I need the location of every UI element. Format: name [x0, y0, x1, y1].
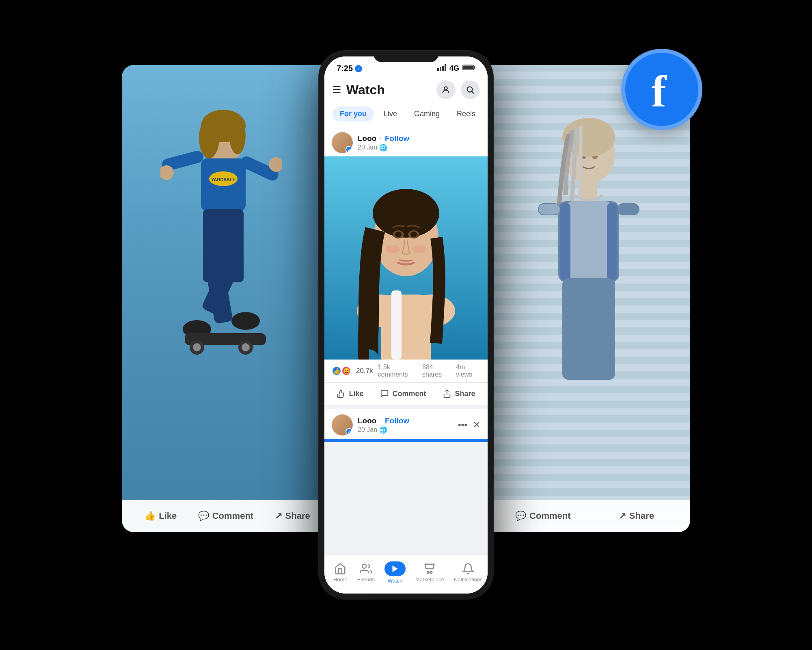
profile-button[interactable]: [436, 80, 455, 99]
svg-text:YARDSALE: YARDSALE: [211, 177, 235, 182]
verified-badge: ✓: [346, 146, 353, 153]
svg-point-60: [363, 564, 367, 568]
svg-point-50: [406, 295, 455, 327]
post-2-time: 20 Jan 🌐: [358, 426, 453, 434]
reactions-count: 20.7k: [356, 367, 373, 375]
svg-point-58: [385, 245, 400, 253]
right-share-label: Share: [629, 511, 654, 521]
right-comment-button[interactable]: 💬 Comment: [515, 511, 570, 521]
post-1-author-row: Looo · Follow: [358, 134, 480, 143]
app-header: ☰ Watch: [324, 76, 488, 126]
nav-friends[interactable]: Friends: [352, 560, 380, 585]
tab-for-you[interactable]: For you: [333, 106, 374, 121]
svg-point-16: [193, 343, 201, 351]
post-2-actions: ••• ✕: [458, 420, 480, 430]
time-display: 7:25: [337, 64, 353, 73]
battery-icon: [462, 64, 475, 73]
shares-count: 884 shares: [422, 364, 451, 378]
svg-rect-28: [560, 203, 570, 280]
svg-rect-25: [581, 181, 597, 201]
svg-point-44: [467, 87, 473, 92]
tab-reels[interactable]: Reels: [449, 106, 479, 121]
watch-active-bg: [384, 561, 406, 576]
svg-rect-31: [617, 203, 639, 215]
header-icons: [436, 80, 479, 99]
phone-notch: [374, 51, 438, 62]
left-like-label: Like: [159, 511, 177, 521]
left-card-image: YARDSALE: [122, 65, 333, 532]
post-1-follow-button[interactable]: Follow: [385, 134, 409, 143]
more-options-icon[interactable]: •••: [458, 420, 467, 430]
progress-indicator: [324, 439, 488, 442]
comment-action-label: Comment: [392, 390, 426, 398]
left-comment-button[interactable]: 💬 Comment: [198, 511, 253, 521]
svg-rect-33: [562, 278, 615, 380]
svg-rect-42: [463, 66, 473, 69]
phone-frame: 7:25 ✓: [319, 51, 493, 599]
post-2-author-row: Looo · Follow: [358, 416, 453, 425]
svg-point-57: [410, 232, 417, 237]
post-card-1: ✓ Looo · Follow 20 Jan 🌐: [324, 126, 488, 405]
phone: 7:25 ✓: [319, 51, 493, 599]
comments-count: 1.5k comments: [378, 364, 417, 378]
tab-live[interactable]: Live: [376, 106, 404, 121]
left-like-button[interactable]: 👍 Like: [145, 511, 177, 521]
facebook-logo: f: [621, 49, 702, 130]
nav-marketplace[interactable]: Marketplace: [410, 560, 449, 585]
tab-gaming[interactable]: Gaming: [407, 106, 447, 121]
svg-point-62: [427, 571, 429, 573]
post-1-meta: Looo · Follow 20 Jan 🌐: [358, 134, 480, 152]
svg-point-59: [412, 245, 427, 253]
comment-action-button[interactable]: Comment: [373, 385, 433, 402]
post-1-header: ✓ Looo · Follow 20 Jan 🌐: [324, 126, 488, 156]
post-1-date: 20 Jan: [358, 144, 377, 151]
right-card-image: [479, 65, 690, 532]
tabs-row: For you Live Gaming Reels Following: [333, 104, 479, 126]
right-share-button[interactable]: ↗ Share: [619, 511, 654, 521]
bottom-navigation: Home Friends Watch: [324, 555, 488, 594]
nav-watch-label: Watch: [388, 578, 402, 584]
post-2-meta: Looo · Follow 20 Jan 🌐: [358, 416, 453, 434]
nav-watch[interactable]: Watch: [380, 559, 410, 586]
share-action-label: Share: [455, 390, 475, 398]
left-share-button[interactable]: ↗ Share: [275, 511, 310, 521]
left-comment-label: Comment: [212, 511, 253, 521]
share-action-button[interactable]: Share: [435, 385, 482, 402]
right-comment-icon: 💬: [515, 511, 526, 521]
like-action-button[interactable]: Like: [329, 385, 371, 402]
watch-title: Watch: [346, 82, 385, 98]
like-reaction-icon: 👍: [332, 366, 341, 376]
svg-point-2: [199, 118, 219, 158]
svg-rect-41: [474, 66, 475, 69]
svg-text:✓: ✓: [357, 67, 360, 71]
nav-friends-label: Friends: [357, 576, 375, 583]
nav-home[interactable]: Home: [328, 560, 352, 585]
post-2-author: Looo: [358, 416, 376, 425]
nav-notifications[interactable]: Notifications: [449, 560, 488, 585]
post-1-media: [324, 156, 488, 360]
post-1-separator: ·: [380, 135, 381, 142]
svg-rect-39: [445, 64, 446, 71]
hamburger-menu-icon[interactable]: ☰: [333, 84, 341, 95]
header-row: ☰ Watch: [333, 80, 479, 104]
svg-rect-29: [607, 203, 617, 280]
left-share-label: Share: [285, 511, 310, 521]
like-action-label: Like: [349, 390, 363, 398]
post-1-globe-icon: 🌐: [379, 144, 387, 152]
content-area: ✓ Looo · Follow 20 Jan 🌐: [324, 126, 488, 555]
post-1-engagement: 👍 😄 20.7k 1.5k comments 884 shares 4m vi…: [324, 360, 488, 383]
views-count: 4m views: [456, 364, 480, 378]
svg-line-45: [472, 91, 474, 93]
post-1-time: 20 Jan 🌐: [358, 144, 480, 152]
post-2-follow-button[interactable]: Follow: [385, 416, 409, 425]
search-button[interactable]: [461, 80, 479, 99]
phone-screen: 7:25 ✓: [324, 56, 488, 594]
svg-point-18: [242, 343, 250, 351]
facebook-f-letter: f: [651, 66, 666, 117]
svg-point-43: [444, 87, 447, 90]
skater-illustration: YARDSALE: [160, 89, 282, 435]
post-close-icon[interactable]: ✕: [473, 420, 480, 430]
love-reaction-icon: 😄: [341, 366, 351, 376]
post-2-avatar: ✓: [332, 414, 353, 436]
svg-point-63: [430, 571, 432, 573]
